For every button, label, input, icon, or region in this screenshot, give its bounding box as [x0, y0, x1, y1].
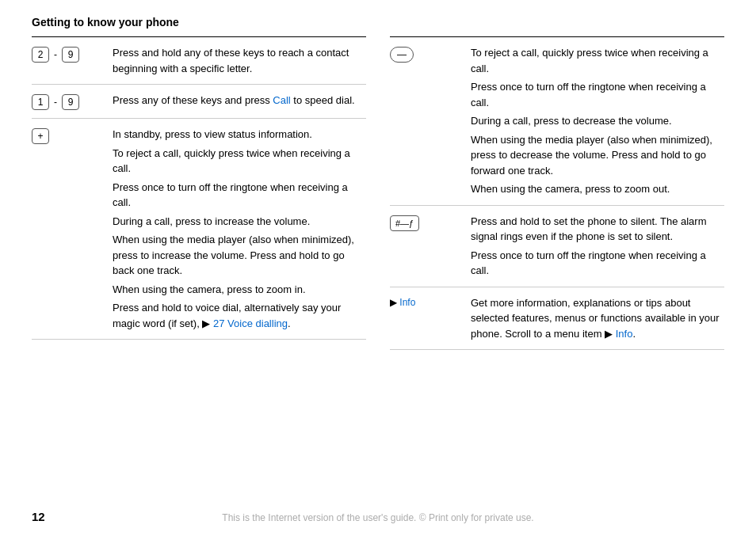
key-2: 2: [32, 47, 49, 63]
info-key: ▶ Info: [390, 297, 415, 308]
description: To reject a call, quickly press twice wh…: [471, 45, 724, 197]
table-row: ▶ Info Get more information, explanation…: [390, 287, 724, 351]
description: Press and hold any of these keys to reac…: [113, 45, 366, 76]
key-cell: —: [390, 45, 461, 63]
info-label: Info: [399, 297, 415, 308]
description: Press and hold to set the phone to silen…: [471, 214, 724, 279]
key-1: 1: [32, 94, 49, 110]
page: Getting to know your phone 2 - 9 Press a…: [0, 0, 756, 536]
description: Get more information, explanations or ti…: [471, 295, 724, 342]
footer-text: This is the Internet version of the user…: [222, 512, 533, 523]
key-cell: #—ƒ: [390, 214, 461, 231]
dash: -: [52, 97, 59, 108]
description: In standby, press to view status informa…: [113, 127, 366, 331]
left-column: 2 - 9 Press and hold any of these keys t…: [32, 36, 366, 350]
table-row: — To reject a call, quickly press twice …: [390, 37, 724, 206]
key-cell: 2 - 9: [32, 45, 103, 63]
table-row: 2 - 9 Press and hold any of these keys t…: [32, 37, 366, 85]
table-row: #—ƒ Press and hold to set the phone to s…: [390, 206, 724, 287]
call-link: Call: [273, 94, 290, 106]
table-row: 1 - 9 Press any of these keys and press …: [32, 85, 366, 119]
page-title: Getting to know your phone: [32, 16, 724, 29]
key-9b: 9: [62, 94, 79, 110]
dash: -: [52, 49, 59, 60]
key-minus: —: [390, 47, 414, 63]
voice-dialling-link: 27 Voice dialling: [213, 317, 288, 329]
page-footer: This is the Internet version of the user…: [0, 511, 756, 523]
key-cell: +: [32, 127, 103, 144]
table-row: + In standby, press to view status infor…: [32, 119, 366, 340]
description: Press any of these keys and press Call t…: [113, 93, 366, 108]
key-hash: #—ƒ: [390, 215, 419, 231]
info-link: Info: [616, 328, 633, 340]
key-plus: +: [32, 128, 49, 144]
right-column: — To reject a call, quickly press twice …: [390, 36, 724, 350]
key-9: 9: [62, 47, 79, 63]
content-area: 2 - 9 Press and hold any of these keys t…: [32, 36, 724, 350]
key-cell: ▶ Info: [390, 295, 461, 308]
key-cell: 1 - 9: [32, 93, 103, 110]
